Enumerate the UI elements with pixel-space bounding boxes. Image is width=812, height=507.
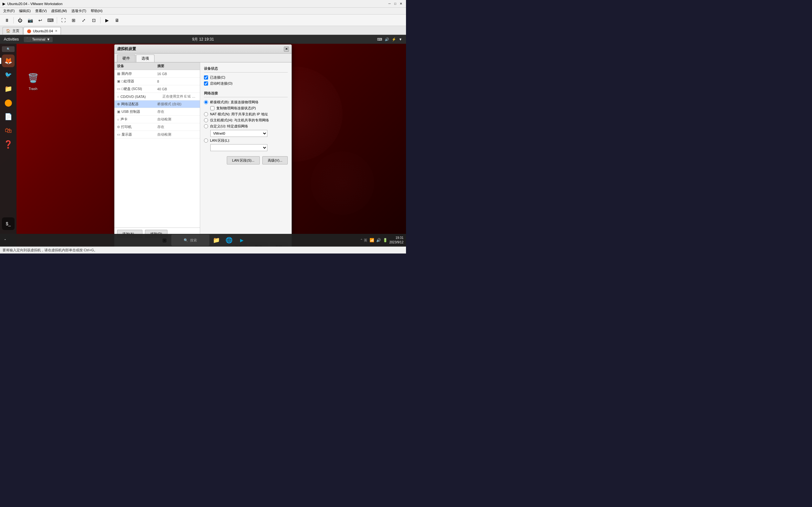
- device-row-network[interactable]: ⊕ 网络适配器 桥接模式 (自动): [114, 101, 200, 108]
- network-action-buttons: LAN 区段(S)... 高级(V)...: [204, 156, 288, 164]
- fullscreen-button[interactable]: ⛶: [59, 16, 68, 25]
- dialog-title: 虚拟机设置: [117, 46, 136, 52]
- memory-name: 圄内存: [121, 71, 132, 76]
- host-mode-label[interactable]: 仅主机模式(H): 与主机共享的专用网络: [204, 118, 288, 123]
- menu-help[interactable]: 帮助(H): [89, 8, 104, 14]
- device-row-display[interactable]: ▭ 显示器 自动检测: [114, 131, 200, 138]
- device-row-disk[interactable]: ▭ □硬盘 (SCSI) 40 GB: [114, 85, 200, 93]
- replicate-checkbox-label[interactable]: 复制物理网络连接状态(P): [210, 106, 288, 111]
- close-button[interactable]: ✕: [398, 1, 403, 6]
- console-button[interactable]: ▶: [102, 16, 111, 25]
- dialog-tabs: 硬件 选项: [114, 54, 292, 62]
- tab-home-label: 主页: [12, 29, 19, 33]
- taskbar-edge[interactable]: 🌐: [223, 234, 235, 246]
- view-stretch[interactable]: ⊡: [90, 16, 98, 25]
- lan-mode-radio[interactable]: [204, 138, 208, 143]
- autoconnect-checkbox-label[interactable]: 启动时连接(O): [204, 81, 288, 86]
- bridge-mode-radio[interactable]: [204, 100, 208, 104]
- toolbar-sep-1: [13, 17, 14, 23]
- taskbar-file-explorer[interactable]: 📁: [211, 234, 222, 246]
- custom-mode-text: 自定义(U): 特定虚拟网络: [210, 124, 248, 129]
- sound-icon: ○: [117, 118, 119, 121]
- nat-mode-radio[interactable]: [204, 112, 208, 116]
- autoconnect-label: 启动时连接(O): [210, 81, 233, 86]
- display-options[interactable]: 🖥: [113, 16, 121, 25]
- snapshot-button[interactable]: 📷: [26, 16, 35, 25]
- volume-tray-icon: 🔊: [376, 238, 381, 242]
- device-status-section: 设备状态 已连接(C) 启动时连接(O): [204, 66, 288, 86]
- memory-summary: 16 GB: [157, 72, 198, 76]
- minimize-button[interactable]: ─: [387, 1, 392, 6]
- nat-mode-text: NAT 模式(N): 用于共享主机的 IP 地址: [210, 112, 268, 117]
- vmware-title: Ubuntu20.04 - VMware Workstation: [7, 2, 62, 6]
- device-row-cdrom[interactable]: ○ CD/DVD (SATA) 正在使用文件 E:\E Download\...: [114, 93, 200, 101]
- search-button[interactable]: 🔍 搜索: [171, 234, 209, 246]
- device-row-memory[interactable]: ▦ 圄内存 16 GB: [114, 70, 200, 78]
- dialog-tab-options[interactable]: 选项: [136, 55, 154, 62]
- taskbar-vmware[interactable]: ▶: [236, 234, 247, 246]
- maximize-button[interactable]: □: [393, 1, 398, 6]
- taskbar-left: ⌃: [3, 239, 8, 242]
- host-mode-radio[interactable]: [204, 118, 208, 122]
- menu-edit[interactable]: 编辑(E): [17, 8, 33, 14]
- device-col-header-device: 设备: [117, 64, 157, 68]
- search-taskbar-icon: 🔍: [184, 238, 188, 242]
- dialog-overlay: 虚拟机设置 ✕ 硬件 选项 设备: [0, 35, 406, 246]
- vmware-logo-icon: ▶: [3, 2, 5, 6]
- lan-segment-button[interactable]: LAN 区段(S)...: [227, 156, 260, 164]
- vmware-titlebar: ▶ Ubuntu20.04 - VMware Workstation ─ □ ✕: [0, 0, 406, 8]
- replicate-checkbox[interactable]: [210, 106, 214, 110]
- display-name: 显示器: [121, 132, 132, 137]
- replicate-text: 复制物理网络连接状态(P): [216, 106, 256, 111]
- custom-mode-label[interactable]: 自定义(U): 特定虚拟网络: [204, 124, 288, 129]
- vmnet-select[interactable]: VMnet0: [210, 130, 267, 137]
- edge-icon: 🌐: [225, 237, 233, 244]
- pause-button[interactable]: ⏸: [3, 16, 11, 25]
- send-ctrl-alt-del[interactable]: ⌨: [46, 16, 55, 25]
- tab-home[interactable]: 🏠 主页: [3, 27, 23, 35]
- vmnet-select-container: VMnet0: [210, 130, 288, 137]
- usb-summary: 存在: [157, 109, 198, 114]
- device-row-cpu[interactable]: ▣ □处理器 8: [114, 78, 200, 85]
- advanced-button[interactable]: 高级(V)...: [262, 156, 288, 164]
- custom-mode-radio[interactable]: [204, 124, 208, 128]
- fit-button[interactable]: ⤢: [79, 16, 88, 25]
- network-settings-panel: 设备状态 已连接(C) 启动时连接(O): [200, 62, 292, 240]
- tab-ubuntu[interactable]: ⬤ Ubuntu20.04 ✕: [23, 27, 61, 35]
- menu-view[interactable]: 查看(V): [33, 8, 49, 14]
- lan-mode-label[interactable]: LAN 区段(L):: [204, 138, 288, 143]
- unity-button[interactable]: ⊞: [69, 16, 78, 25]
- cdrom-icon: ○: [117, 95, 119, 99]
- menu-vm[interactable]: 虚拟机(M): [49, 8, 69, 14]
- dialog-titlebar: 虚拟机设置 ✕: [114, 45, 292, 54]
- autoconnect-checkbox[interactable]: [204, 81, 208, 86]
- device-row-printer[interactable]: ⊜ 打印机 存在: [114, 123, 200, 131]
- start-button[interactable]: ⊞: [159, 234, 170, 246]
- device-row-sound[interactable]: ○ 声卡 自动检测: [114, 116, 200, 123]
- sound-summary: 自动检测: [157, 117, 198, 122]
- taskbar-hide-icon: ⌃: [3, 239, 8, 242]
- dialog-tab-hardware[interactable]: 硬件: [117, 55, 136, 62]
- vmware-task-icon: ▶: [240, 238, 244, 243]
- time-display: 19:31: [390, 236, 404, 240]
- dialog-close-button[interactable]: ✕: [284, 47, 289, 52]
- revert-button[interactable]: ↩: [36, 16, 45, 25]
- clock-display[interactable]: 19:31 2023/9/12: [390, 236, 404, 245]
- bridge-mode-label[interactable]: 桥接模式(B): 直接连接物理网络: [204, 100, 288, 105]
- file-explorer-icon: 📁: [213, 237, 220, 244]
- menu-file[interactable]: 文件(F): [1, 8, 16, 14]
- tab-close-icon[interactable]: ✕: [55, 29, 57, 33]
- search-taskbar-label: 搜索: [190, 238, 197, 243]
- device-row-usb[interactable]: ▣ USB 控制器 存在: [114, 108, 200, 116]
- lan-select-container: [210, 144, 288, 151]
- device-list: ▦ 圄内存 16 GB ▣ □处理器 8: [114, 70, 200, 228]
- connected-checkbox-label[interactable]: 已连接(C): [204, 75, 288, 80]
- cdrom-summary: 正在使用文件 E:\E Download\...: [162, 94, 197, 99]
- connected-checkbox[interactable]: [204, 75, 208, 79]
- nat-mode-label[interactable]: NAT 模式(N): 用于共享主机的 IP 地址: [204, 112, 288, 117]
- lan-select[interactable]: [210, 144, 267, 151]
- wifi-tray-icon: 📶: [369, 238, 374, 242]
- host-mode-text: 仅主机模式(H): 与主机共享的专用网络: [210, 118, 269, 123]
- menu-tabs[interactable]: 选项卡(T): [69, 8, 88, 14]
- power-button[interactable]: ⏻: [15, 16, 24, 25]
